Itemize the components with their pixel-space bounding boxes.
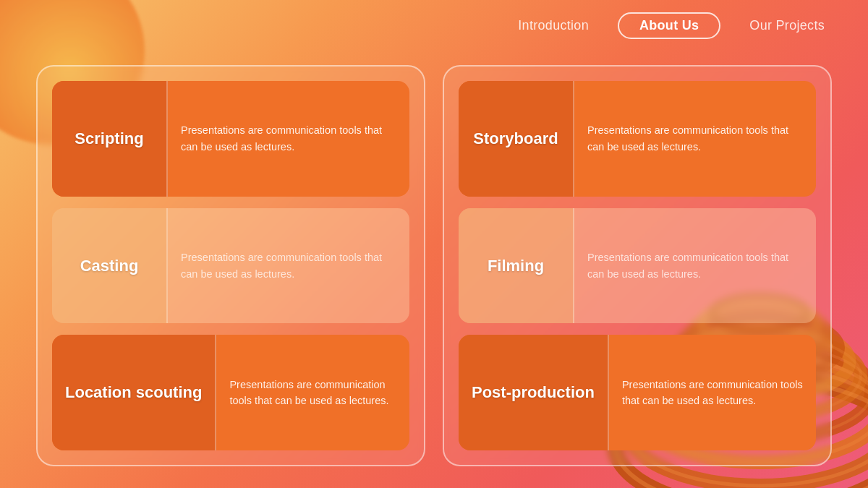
filming-title-block: Filming <box>459 208 574 324</box>
storyboard-title: Storyboard <box>473 129 558 149</box>
storyboard-description: Presentations are communication tools th… <box>574 81 816 197</box>
scripting-card: Scripting Presentations are communicatio… <box>52 81 409 197</box>
filming-card: Filming Presentations are communication … <box>459 208 816 324</box>
nav-about-us[interactable]: About Us <box>618 12 720 39</box>
filming-title: Filming <box>488 256 544 276</box>
scripting-title: Scripting <box>75 129 143 149</box>
location-scouting-card: Location scouting Presentations are comm… <box>52 335 409 450</box>
post-production-title: Post-production <box>472 382 595 403</box>
casting-description: Presentations are communication tools th… <box>168 208 409 324</box>
casting-title-block: Casting <box>52 208 168 324</box>
right-panel: Storyboard Presentations are communicati… <box>443 65 832 466</box>
post-production-card: Post-production Presentations are commun… <box>459 335 816 450</box>
filming-description: Presentations are communication tools th… <box>574 208 816 324</box>
scripting-title-block: Scripting <box>52 81 168 197</box>
location-scouting-description: Presentations are communication tools th… <box>216 335 409 450</box>
main-content: Scripting Presentations are communicatio… <box>36 65 832 466</box>
location-scouting-title-block: Location scouting <box>52 335 216 450</box>
location-scouting-title: Location scouting <box>65 382 202 403</box>
left-panel: Scripting Presentations are communicatio… <box>36 65 425 466</box>
nav-introduction[interactable]: Introduction <box>518 18 589 33</box>
casting-card: Casting Presentations are communication … <box>52 208 409 324</box>
nav-our-projects[interactable]: Our Projects <box>749 18 825 33</box>
casting-title: Casting <box>80 256 139 276</box>
post-production-title-block: Post-production <box>459 335 609 450</box>
post-production-description: Presentations are communication tools th… <box>609 335 816 450</box>
scripting-description: Presentations are communication tools th… <box>168 81 409 197</box>
storyboard-card: Storyboard Presentations are communicati… <box>459 81 816 197</box>
storyboard-title-block: Storyboard <box>459 81 574 197</box>
navigation: Introduction About Us Our Projects <box>0 0 868 51</box>
